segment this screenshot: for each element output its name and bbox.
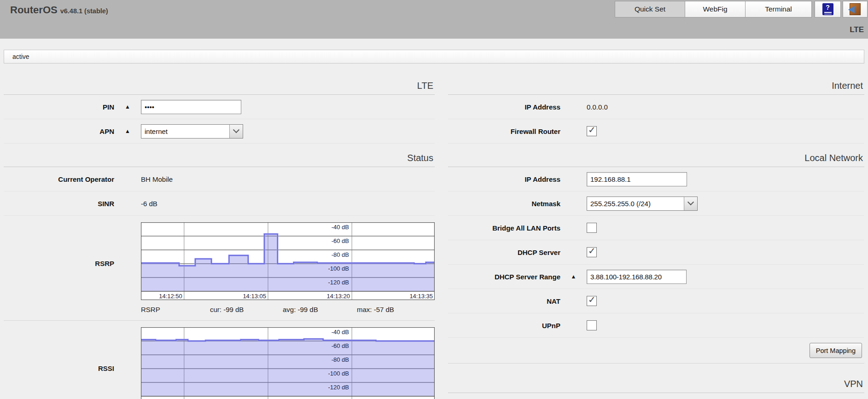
section-vpn-heading: VPN	[448, 364, 864, 393]
brand-version: v6.48.1 (stable)	[60, 7, 108, 15]
lan-ip-label: IP Address	[448, 175, 560, 183]
rsrp-stats-row: RSRP cur: -99 dB avg: -99 dB max: -57 dB	[4, 300, 435, 321]
chevron-down-icon	[233, 127, 239, 133]
sinr-row: SINR -6 dB	[4, 191, 435, 216]
pin-input[interactable]	[141, 100, 241, 114]
status-text: active	[12, 53, 29, 60]
sinr-label: SINR	[4, 200, 114, 208]
apn-select[interactable]: internet	[141, 124, 243, 139]
bridge-all-lan-ports-row: Bridge All LAN Ports	[448, 216, 864, 240]
apn-dropdown-button[interactable]	[229, 125, 243, 138]
svg-text:14:13:05: 14:13:05	[243, 398, 266, 399]
svg-text:-100 dB: -100 dB	[328, 265, 349, 272]
dhcp-server-range-label: DHCP Server Range	[448, 273, 560, 281]
status-bar: active	[4, 50, 864, 64]
current-operator-label: Current Operator	[4, 175, 114, 183]
help-icon: ?	[822, 3, 833, 15]
section-local-network-heading: Local Network	[448, 144, 864, 167]
netmask-dropdown-button[interactable]	[684, 197, 697, 210]
tab-quick-set[interactable]: Quick Set	[615, 1, 685, 17]
rsrp-chart: -40 dB-60 dB-80 dB-100 dB-120 dB14:12:50…	[141, 222, 435, 300]
pin-row: PIN ▲	[4, 95, 435, 119]
left-column: LTE PIN ▲ APN ▲ internet Status Current …	[4, 74, 435, 399]
upnp-label: UPnP	[448, 322, 560, 330]
netmask-select[interactable]: 255.255.255.0 (/24)	[587, 197, 698, 211]
rssi-chart: -40 dB-60 dB-80 dB-100 dB-120 dB14:12:50…	[141, 327, 435, 399]
svg-text:14:13:20: 14:13:20	[326, 293, 350, 300]
bridge-all-lan-ports-label: Bridge All LAN Ports	[448, 224, 560, 232]
bridge-all-lan-ports-checkbox[interactable]	[587, 223, 597, 233]
svg-text:14:13:05: 14:13:05	[243, 293, 266, 300]
dhcp-server-label: DHCP Server	[448, 249, 560, 256]
upnp-row: UPnP	[448, 313, 864, 338]
svg-text:14:13:35: 14:13:35	[409, 398, 433, 399]
rsrp-stats-name: RSRP	[141, 306, 160, 313]
rssi-chart-row: RSSI -40 dB-60 dB-80 dB-100 dB-120 dB14:…	[4, 321, 435, 399]
svg-text:-60 dB: -60 dB	[332, 237, 349, 244]
netmask-row: Netmask 255.255.255.0 (/24)	[448, 191, 864, 216]
svg-text:-60 dB: -60 dB	[332, 342, 349, 349]
rsrp-current-value: cur: -99 dB	[210, 306, 244, 313]
lan-ip-row: IP Address	[448, 167, 864, 191]
netmask-selected-value: 255.255.255.0 (/24)	[587, 197, 684, 210]
nat-row: NAT	[448, 289, 864, 313]
port-mapping-button[interactable]: Port Mapping	[810, 343, 862, 358]
dhcp-server-range-input[interactable]	[587, 270, 687, 284]
changed-marker-icon: ▲	[125, 128, 130, 134]
changed-marker-icon: ▲	[571, 273, 577, 280]
tab-terminal[interactable]: Terminal	[745, 1, 812, 17]
nat-checkbox[interactable]	[587, 296, 597, 306]
svg-text:-80 dB: -80 dB	[332, 251, 349, 258]
svg-text:-80 dB: -80 dB	[332, 356, 349, 363]
rsrp-label: RSRP	[4, 260, 114, 267]
svg-text:-120 dB: -120 dB	[328, 384, 349, 391]
current-operator-value: BH Mobile	[141, 175, 173, 183]
tab-webfig[interactable]: WebFig	[685, 1, 746, 17]
netmask-label: Netmask	[448, 200, 560, 208]
rsrp-average-value: avg: -99 dB	[283, 306, 318, 313]
right-column: Internet IP Address 0.0.0.0 Firewall Rou…	[448, 74, 864, 399]
firewall-router-label: Firewall Router	[448, 127, 560, 135]
brand-name: RouterOS	[10, 4, 58, 16]
firewall-router-row: Firewall Router	[448, 119, 864, 144]
top-tabs: Quick Set WebFig Terminal ?	[615, 1, 868, 17]
current-operator-row: Current Operator BH Mobile	[4, 167, 435, 191]
wan-ip-label: IP Address	[448, 103, 560, 111]
svg-text:-40 dB: -40 dB	[332, 224, 349, 231]
svg-text:-100 dB: -100 dB	[328, 370, 349, 377]
chevron-down-icon	[687, 199, 694, 205]
changed-marker-icon: ▲	[125, 104, 130, 110]
dhcp-server-checkbox[interactable]	[587, 247, 597, 257]
dhcp-server-row: DHCP Server	[448, 240, 864, 265]
svg-text:14:12:50: 14:12:50	[159, 293, 182, 300]
apn-selected-value: internet	[141, 125, 229, 138]
svg-text:14:13:35: 14:13:35	[409, 293, 433, 300]
rssi-label: RSSI	[4, 364, 114, 372]
rsrp-max-value: max: -57 dB	[357, 306, 394, 313]
svg-text:-40 dB: -40 dB	[332, 329, 349, 335]
dhcp-server-range-row: DHCP Server Range ▲	[448, 265, 864, 289]
firewall-router-checkbox[interactable]	[587, 126, 597, 136]
apn-row: APN ▲ internet	[4, 119, 435, 144]
rsrp-chart-row: RSRP -40 dB-60 dB-80 dB-100 dB-120 dB14:…	[4, 216, 435, 300]
logout-button[interactable]	[843, 1, 868, 17]
pin-label: PIN	[4, 103, 114, 111]
nat-label: NAT	[448, 297, 560, 305]
section-status-heading: Status	[4, 144, 435, 167]
svg-text:14:12:50: 14:12:50	[159, 398, 182, 399]
header: RouterOSv6.48.1 (stable) Quick Set WebFi…	[0, 0, 868, 39]
wan-ip-value: 0.0.0.0	[587, 103, 608, 111]
help-button[interactable]: ?	[815, 1, 841, 17]
svg-text:-120 dB: -120 dB	[328, 279, 349, 286]
lan-ip-input[interactable]	[587, 172, 687, 186]
app-title: RouterOSv6.48.1 (stable)	[10, 4, 108, 16]
svg-text:14:13:20: 14:13:20	[326, 398, 350, 399]
apn-label: APN	[4, 127, 114, 135]
section-lte-heading: LTE	[4, 74, 435, 95]
sinr-value: -6 dB	[141, 200, 157, 208]
interface-mode-label: LTE	[850, 25, 864, 35]
section-internet-heading: Internet	[448, 74, 864, 95]
upnp-checkbox[interactable]	[587, 320, 597, 330]
wan-ip-row: IP Address 0.0.0.0	[448, 95, 864, 119]
vpn-access-row: VPN Access	[448, 393, 864, 399]
